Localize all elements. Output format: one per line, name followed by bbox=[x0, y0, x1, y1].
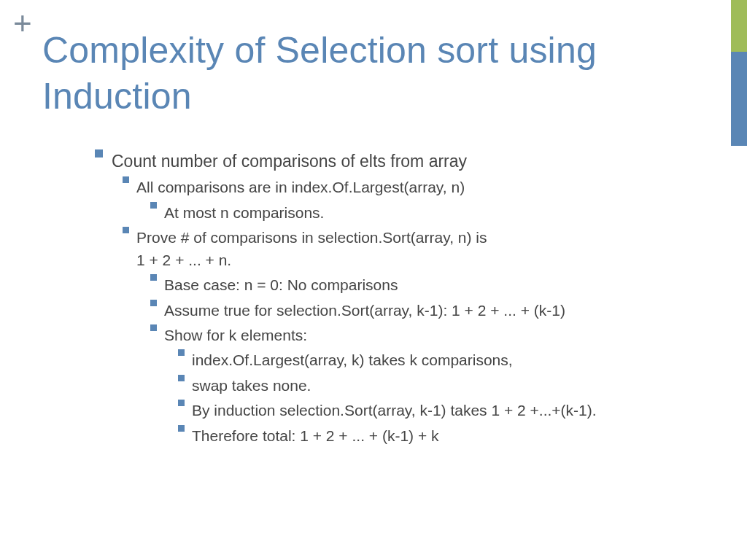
square-bullet-icon bbox=[95, 149, 103, 158]
bullet-text: Show for k elements: bbox=[164, 324, 725, 346]
square-bullet-icon bbox=[178, 375, 185, 381]
bullet-l4: Therefore total: 1 + 2 + ... + (k-1) + k bbox=[95, 425, 725, 447]
bullet-l3: Show for k elements: bbox=[95, 324, 725, 346]
accent-bar bbox=[731, 0, 747, 146]
bullet-text: swap takes none. bbox=[192, 375, 725, 397]
square-bullet-icon bbox=[178, 425, 185, 432]
bullet-l4: index.Of.Largest(array, k) takes k compa… bbox=[95, 349, 725, 371]
bullet-l2: All comparisons are in index.Of.Largest(… bbox=[95, 176, 725, 198]
bullet-l1: Count number of comparisons of elts from… bbox=[95, 149, 725, 174]
bullet-text-line: Prove # of comparisons in selection.Sort… bbox=[136, 229, 487, 246]
bullet-text: Assume true for selection.Sort(array, k-… bbox=[164, 300, 725, 322]
bullet-l4: swap takes none. bbox=[95, 375, 725, 397]
square-bullet-icon bbox=[178, 400, 185, 406]
square-bullet-icon bbox=[150, 300, 157, 306]
bullet-text: index.Of.Largest(array, k) takes k compa… bbox=[192, 349, 725, 371]
square-bullet-icon bbox=[150, 202, 157, 209]
slide-body: Count number of comparisons of elts from… bbox=[95, 149, 725, 450]
square-bullet-icon bbox=[150, 274, 157, 281]
bullet-text: Base case: n = 0: No comparisons bbox=[164, 274, 725, 296]
bullet-text: Therefore total: 1 + 2 + ... + (k-1) + k bbox=[192, 425, 725, 447]
bullet-text: All comparisons are in index.Of.Largest(… bbox=[136, 176, 725, 198]
bullet-text: By induction selection.Sort(array, k-1) … bbox=[192, 400, 725, 421]
bullet-l2: Prove # of comparisons in selection.Sort… bbox=[95, 227, 725, 271]
square-bullet-icon bbox=[178, 349, 185, 356]
bullet-l3: At most n comparisons. bbox=[95, 202, 725, 224]
bullet-text-cont: 1 + 2 + ... + n. bbox=[136, 252, 231, 268]
square-bullet-icon bbox=[123, 227, 129, 233]
bullet-l3: Base case: n = 0: No comparisons bbox=[95, 274, 725, 296]
bullet-l4: By induction selection.Sort(array, k-1) … bbox=[95, 400, 725, 421]
square-bullet-icon bbox=[123, 176, 129, 183]
plus-decor: + bbox=[13, 7, 32, 39]
slide-title: Complexity of Selection sort using Induc… bbox=[42, 28, 718, 119]
bullet-text: At most n comparisons. bbox=[164, 202, 725, 224]
accent-green bbox=[731, 0, 747, 52]
square-bullet-icon bbox=[150, 324, 157, 331]
accent-blue bbox=[731, 52, 747, 146]
bullet-text: Count number of comparisons of elts from… bbox=[112, 149, 725, 174]
bullet-text: Prove # of comparisons in selection.Sort… bbox=[136, 227, 725, 271]
bullet-l3: Assume true for selection.Sort(array, k-… bbox=[95, 300, 725, 322]
